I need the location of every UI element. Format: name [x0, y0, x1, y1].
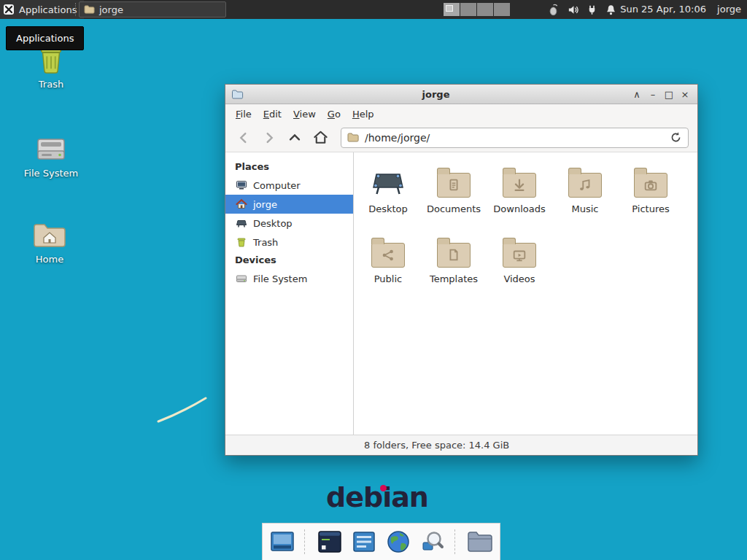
folder-label: Music [552, 203, 618, 214]
sidebar-item-trash[interactable]: Trash [225, 233, 353, 252]
up-button[interactable] [285, 128, 304, 147]
desktop-icon-label: Home [17, 254, 82, 265]
sidebar-item-label: File System [253, 273, 307, 284]
applications-menu-label: Applications [19, 4, 77, 15]
menu-edit[interactable]: Edit [258, 106, 287, 122]
debian-logo-text: debian [326, 481, 428, 513]
mouse-icon[interactable] [547, 4, 560, 16]
tooltip-text: Applications [16, 33, 74, 44]
workspace-switcher[interactable] [444, 3, 511, 16]
desktop-mini-icon [236, 217, 247, 229]
desktop-icon-label: Trash [18, 79, 84, 90]
file-view: Desktop Documents [354, 152, 697, 435]
sidebar-item-label: jorge [253, 199, 277, 210]
drive-icon [18, 130, 84, 163]
music-folder-icon [552, 163, 618, 201]
maximize-button[interactable]: □ [661, 89, 677, 100]
sidebar: Places Computer jorge [225, 152, 354, 435]
settings-list-icon[interactable] [350, 528, 378, 556]
top-panel: Applications jorge [0, 0, 747, 19]
desktop-stray-line [153, 392, 212, 427]
app-finder-icon[interactable] [419, 528, 446, 556]
menu-file[interactable]: File [230, 106, 258, 122]
debian-logo: debian [326, 483, 428, 512]
public-folder-icon [355, 233, 421, 271]
system-tray [547, 3, 617, 16]
session-user-button[interactable]: jorge [717, 0, 741, 19]
dock [262, 523, 500, 560]
close-button[interactable]: × [677, 89, 693, 100]
desktop-folder-icon [355, 163, 421, 201]
folder-item-documents[interactable]: Documents [421, 163, 487, 233]
menu-view[interactable]: View [287, 106, 322, 122]
folder-label: Downloads [487, 203, 552, 214]
folder-label: Desktop [355, 203, 421, 214]
power-icon[interactable] [587, 4, 597, 16]
folder-label: Pictures [618, 203, 684, 214]
notifications-icon[interactable] [605, 4, 617, 16]
titlebar-buttons: ∧ – □ × [629, 85, 693, 104]
window-folder-icon [231, 89, 244, 100]
folder-item-desktop[interactable]: Desktop [355, 163, 421, 233]
folder-item-music[interactable]: Music [552, 163, 618, 233]
taskbar-button-jorge[interactable]: jorge [79, 1, 226, 18]
sidebar-item-label: Trash [253, 237, 278, 248]
file-manager-window: jorge ∧ – □ × File Edit View Go Help [225, 84, 698, 456]
dock-separator [454, 529, 458, 554]
home-folder-icon [17, 216, 82, 249]
folder-item-pictures[interactable]: Pictures [618, 163, 684, 233]
applications-menu-button[interactable]: Applications [0, 0, 84, 19]
pictures-folder-icon [618, 163, 684, 201]
desktop-icon-home[interactable]: Home [17, 216, 82, 265]
sidebar-item-desktop[interactable]: Desktop [225, 214, 353, 233]
computer-icon [236, 179, 247, 191]
minimize-button[interactable]: – [645, 89, 661, 100]
downloads-folder-icon [487, 163, 552, 201]
path-text[interactable]: /home/jorge/ [365, 132, 670, 144]
documents-folder-icon [421, 163, 487, 201]
file-manager-icon[interactable] [466, 528, 494, 556]
desktop-icon-label: File System [18, 168, 84, 179]
menu-help[interactable]: Help [347, 106, 380, 122]
sidebar-item-file-system[interactable]: File System [225, 269, 353, 288]
shade-button[interactable]: ∧ [629, 89, 645, 100]
desktop-icon-file-system[interactable]: File System [18, 130, 84, 179]
taskbar-button-label: jorge [99, 4, 123, 15]
devices-header: Devices [225, 252, 353, 269]
sidebar-item-computer[interactable]: Computer [225, 176, 353, 195]
folder-label: Templates [421, 273, 487, 284]
folder-item-downloads[interactable]: Downloads [487, 163, 552, 233]
volume-icon[interactable] [567, 4, 579, 16]
status-bar: 8 folders, Free space: 14.4 GiB [225, 435, 697, 455]
places-header: Places [225, 158, 353, 176]
home-button[interactable] [311, 128, 330, 147]
folder-label: Public [355, 273, 421, 284]
forward-button[interactable] [260, 128, 279, 147]
folder-item-public[interactable]: Public [355, 233, 421, 303]
display-icon[interactable] [268, 528, 296, 556]
trash-mini-icon [236, 236, 247, 248]
status-text: 8 folders, Free space: 14.4 GiB [364, 440, 509, 451]
reload-icon[interactable] [670, 131, 682, 144]
titlebar[interactable]: jorge ∧ – □ × [225, 85, 697, 104]
debian-swirl-icon [380, 485, 387, 491]
terminal-icon[interactable] [316, 528, 344, 556]
workspace-2[interactable] [460, 3, 477, 16]
web-browser-icon[interactable] [384, 528, 412, 556]
workspace-4[interactable] [494, 3, 511, 16]
workspace-3[interactable] [477, 3, 494, 16]
sidebar-item-jorge[interactable]: jorge [225, 195, 353, 214]
folder-item-videos[interactable]: Videos [487, 233, 552, 303]
window-content: Places Computer jorge [225, 152, 697, 435]
folder-label: Documents [421, 203, 487, 214]
workspace-1[interactable] [444, 3, 460, 16]
folder-item-templates[interactable]: Templates [421, 233, 487, 303]
desktop: Trash File System Home debian [0, 0, 747, 560]
folder-label: Videos [487, 273, 552, 284]
task-folder-icon [84, 4, 95, 15]
location-bar[interactable]: /home/jorge/ [341, 128, 689, 148]
clock[interactable]: Sun 25 Apr, 10:06 [620, 0, 706, 19]
menu-go[interactable]: Go [322, 106, 347, 122]
back-button[interactable] [234, 128, 253, 147]
applications-tooltip: Applications [6, 26, 84, 50]
